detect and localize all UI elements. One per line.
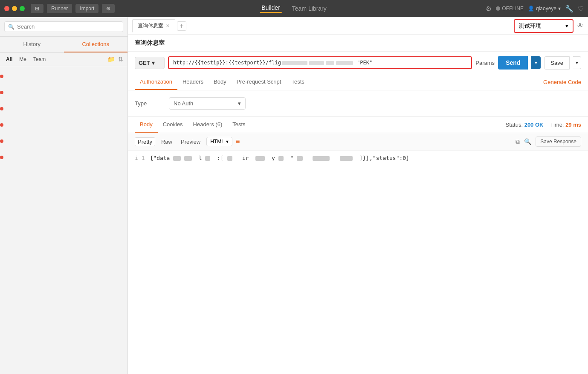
filter-me-btn[interactable]: Me	[17, 55, 28, 63]
tab-headers[interactable]: Headers	[177, 74, 209, 90]
sidebar-toggle-button[interactable]: ⊞	[31, 4, 43, 13]
url-redacted-4	[336, 61, 353, 65]
add-tab-button[interactable]: +	[177, 21, 186, 31]
close-btn[interactable]	[4, 6, 9, 11]
side-badges	[0, 70, 6, 370]
request-title: 查询休息室	[135, 39, 165, 46]
r6	[278, 156, 284, 161]
url-input[interactable]: http://{{testip}}:{{testport}}/flig "PEK…	[168, 56, 472, 69]
user-button[interactable]: 👤 qiaoyeye ▾	[528, 6, 561, 12]
tab-pre-request-script[interactable]: Pre-request Script	[232, 74, 287, 90]
maximize-btn[interactable]	[20, 6, 25, 11]
import-button[interactable]: Import	[75, 4, 98, 13]
traffic-lights	[4, 6, 25, 11]
send-button[interactable]: Send	[498, 56, 528, 70]
tab-tests[interactable]: Tests	[286, 74, 309, 90]
type-label: Type	[135, 100, 160, 107]
request-tab-label: 查询休息室	[138, 22, 163, 29]
import-label: Import	[80, 6, 94, 12]
tab-body[interactable]: Body	[209, 74, 232, 90]
response-tabs-bar: Body Cookies Headers (6) Tests Status: 2…	[128, 117, 588, 133]
resp-tab-headers[interactable]: Headers (6)	[188, 117, 228, 133]
resp-tab-cookies[interactable]: Cookies	[158, 117, 188, 133]
wrench-icon[interactable]: 🔧	[565, 5, 574, 13]
type-select[interactable]: No Auth ▾	[169, 97, 246, 110]
close-tab-icon[interactable]: ✕	[166, 23, 170, 29]
sidebar-tab-history[interactable]: History	[0, 37, 64, 52]
filter-all-btn[interactable]: All	[4, 55, 14, 63]
nav-tabs: Builder Team Library	[260, 4, 328, 13]
resp-tab-tests[interactable]: Tests	[227, 117, 250, 133]
method-chevron-icon: ▾	[152, 60, 155, 66]
main-layout: 🔍 History Collections All Me Team 📁 ⇅	[0, 17, 588, 374]
filter-icons: 📁 ⇅	[107, 56, 123, 63]
format-preview-btn[interactable]: Preview	[178, 138, 203, 146]
search-resp-button[interactable]: 🔍	[524, 138, 531, 145]
sidebar-icon: ⊞	[35, 6, 39, 12]
time-label: Time: 29 ms	[550, 122, 581, 128]
request-title-bar: 查询休息室	[128, 35, 588, 52]
response-status: Status: 200 OK Time: 29 ms	[506, 122, 581, 128]
resp-tab-body[interactable]: Body	[135, 117, 158, 133]
add-collection-icon[interactable]: 📁	[107, 56, 115, 63]
tab-authorization[interactable]: Authorization	[135, 74, 177, 90]
status-area: OFFLINE	[496, 6, 524, 12]
r8	[313, 156, 330, 161]
sidebar-filter: All Me Team 📁 ⇅	[0, 53, 127, 66]
user-chevron-icon: ▾	[558, 6, 561, 12]
sidebar-tabs: History Collections	[0, 37, 127, 53]
status-label: Status: 200 OK	[506, 122, 544, 128]
status-value: 200 OK	[524, 122, 544, 128]
search-input[interactable]	[17, 23, 119, 30]
r3	[205, 156, 210, 161]
url-text: http://{{testip}}:{{testport}}/flig	[173, 60, 281, 66]
new-tab-button[interactable]: ⊕	[102, 4, 115, 13]
request-tab-active[interactable]: 查询休息室 ✕	[132, 19, 175, 32]
status-dot	[496, 6, 500, 11]
heart-icon[interactable]: ♡	[578, 5, 584, 13]
url-bar: GET ▾ http://{{testip}}:{{testport}}/fli…	[128, 52, 588, 74]
environment-label: 测试环境	[519, 22, 541, 30]
r4	[227, 156, 232, 161]
r1	[173, 156, 181, 161]
titlebar: ⊞ Runner Import ⊕ Builder Team Library ⚙…	[0, 0, 588, 17]
params-button[interactable]: Params	[475, 60, 495, 66]
save-button[interactable]: Save	[544, 56, 570, 70]
environment-selector[interactable]: 测试环境 ▾	[514, 19, 574, 33]
method-select[interactable]: GET ▾	[135, 57, 165, 69]
tab-builder[interactable]: Builder	[260, 4, 282, 13]
format-type-select[interactable]: HTML ▾	[206, 137, 232, 146]
minimize-btn[interactable]	[12, 6, 17, 11]
tab-team-library[interactable]: Team Library	[290, 5, 328, 12]
time-value: 29 ms	[565, 122, 581, 128]
runner-label: Runner	[51, 6, 68, 12]
titlebar-right: ⚙ OFFLINE 👤 qiaoyeye ▾ 🔧 ♡	[486, 5, 584, 13]
url-redacted-3	[326, 61, 334, 65]
request-tabs-bar: 查询休息室 ✕ + 测试环境 ▾ 👁	[128, 17, 588, 35]
filter-team-btn[interactable]: Team	[32, 55, 47, 63]
settings-icon[interactable]: ⚙	[486, 5, 492, 13]
line-number-1: i 1	[135, 154, 145, 163]
format-raw-btn[interactable]: Raw	[159, 138, 175, 146]
send-dropdown-button[interactable]: ▾	[531, 56, 541, 69]
eye-button[interactable]: 👁	[577, 22, 584, 30]
sidebar-tab-collections[interactable]: Collections	[64, 37, 128, 52]
generate-code-button[interactable]: Generate Code	[543, 79, 581, 85]
save-dropdown-button[interactable]: ▾	[573, 56, 581, 69]
sidebar: 🔍 History Collections All Me Team 📁 ⇅	[0, 17, 128, 374]
sidebar-content	[0, 66, 127, 374]
new-tab-icon: ⊕	[106, 6, 110, 12]
filter-resp-icon[interactable]: ≡	[236, 138, 240, 145]
auth-tabs: Authorization Headers Body Pre-request S…	[128, 74, 588, 90]
copy-resp-button[interactable]: ⧉	[516, 138, 520, 145]
type-value: No Auth	[174, 100, 193, 107]
runner-button[interactable]: Runner	[47, 4, 72, 13]
format-pretty-btn[interactable]: Pretty	[135, 137, 155, 146]
resp-body: i 1 {"data l :[ ir y "	[128, 151, 588, 374]
sidebar-search: 🔍	[0, 17, 127, 37]
user-icon: 👤	[528, 6, 534, 12]
sort-icon[interactable]: ⇅	[118, 56, 123, 63]
format-type-value: HTML	[210, 139, 224, 145]
badge-3	[0, 107, 3, 110]
save-response-button[interactable]: Save Response	[536, 136, 581, 147]
